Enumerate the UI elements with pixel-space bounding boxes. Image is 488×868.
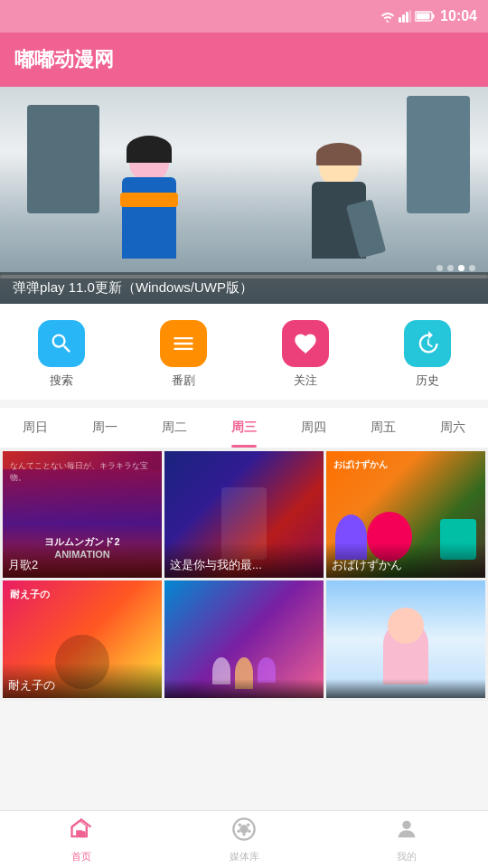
nav-profile[interactable]: 我的 [325,816,488,863]
tab-monday[interactable]: 周一 [70,408,139,448]
anime-card-5[interactable] [164,580,324,698]
home-icon [69,816,94,847]
tab-thursday[interactable]: 周四 [279,408,349,448]
svg-point-10 [239,823,242,826]
media-svg [231,816,257,842]
anime-card-3[interactable]: おばけずかん おばけずかん [326,451,485,578]
follow-icon-box [282,320,329,367]
character-2 [307,147,371,278]
history-label: 历史 [416,373,439,389]
profile-label: 我的 [397,850,417,863]
svg-rect-6 [417,14,430,20]
svg-rect-0 [399,17,401,23]
app-header: 嘟嘟动漫网 [0,33,488,87]
anime-card-1[interactable]: なんてことない毎日が、キラキラな宝物。 ヨルムンガンド2ANIMATION 月歌… [3,451,162,578]
home-label: 首页 [71,850,91,863]
nav-media[interactable]: 媒体库 [163,816,325,863]
svg-point-13 [237,829,240,833]
tab-sunday[interactable]: 周日 [0,408,70,448]
status-bar: 10:04 [0,0,488,33]
week-tabs: 周日 周一 周二 周三 周四 周五 周六 [0,407,488,448]
svg-rect-1 [402,14,405,23]
status-time: 10:04 [440,8,477,24]
search-label: 搜索 [50,373,73,389]
building-1 [27,105,99,213]
svg-point-14 [248,829,251,833]
anime-card-2[interactable]: 这是你与我的最... [164,451,324,578]
nav-home[interactable]: 首页 [0,816,163,863]
history-icon-box [404,320,451,367]
profile-icon [394,816,419,847]
signal-icon [399,10,411,23]
banner-scene [0,87,488,304]
anime-card-6-label [326,679,485,698]
svg-rect-7 [77,831,85,837]
svg-rect-3 [409,10,411,23]
character-1 [117,143,181,278]
anime-card-6[interactable] [326,580,485,698]
media-icon [231,816,257,847]
clock-icon [415,331,440,356]
status-icons [380,10,435,23]
action-search[interactable]: 搜索 [38,320,85,389]
bottom-spacer [0,701,488,764]
tab-friday[interactable]: 周五 [349,408,418,448]
dot-1 [436,265,443,271]
search-icon [49,331,74,356]
svg-point-9 [239,825,248,833]
media-label: 媒体库 [230,850,259,863]
anime-card-1-label: 月歌2 [3,542,162,578]
dot-3 [458,265,465,271]
follow-label: 关注 [294,373,317,389]
quick-actions: 搜索 番剧 关注 历史 [0,304,488,400]
wifi-icon [380,10,395,23]
battery-icon [415,11,435,22]
bottom-nav: 首页 媒体库 我的 [0,810,488,868]
action-follow[interactable]: 关注 [282,320,329,389]
anime-grid: なんてことない毎日が、キラキラな宝物。 ヨルムンガンド2ANIMATION 月歌… [0,448,488,701]
building-2 [407,96,470,213]
home-svg [69,816,94,842]
svg-rect-5 [433,14,435,19]
tab-saturday[interactable]: 周六 [418,408,488,448]
bangumi-icon-box [160,320,207,367]
anime-card-4-label: 耐え子の [3,663,162,698]
search-icon-box [38,320,85,367]
dot-2 [447,265,454,271]
banner-caption: 弹弹play 11.0更新（Windows/UWP版） [0,272,488,304]
anime-card-4[interactable]: 耐え子の 耐え子の [3,580,162,698]
tab-tuesday[interactable]: 周二 [139,408,209,448]
anime-card-5-label [164,679,324,698]
action-history[interactable]: 历史 [404,320,451,389]
app-title: 嘟嘟动漫网 [14,46,114,73]
list-icon [171,331,196,356]
anime-card-3-label: おばけずかん [326,542,485,578]
dot-4 [469,265,475,271]
heart-icon [293,331,318,356]
svg-rect-2 [406,12,408,23]
svg-point-15 [402,820,410,828]
banner-dots [436,265,475,271]
bangumi-label: 番剧 [172,373,195,389]
action-bangumi[interactable]: 番剧 [160,320,207,389]
anime-card-2-label: 这是你与我的最... [164,542,324,578]
profile-svg [394,816,419,842]
svg-point-12 [242,833,246,836]
banner[interactable]: 弹弹play 11.0更新（Windows/UWP版） [0,87,488,304]
tab-wednesday[interactable]: 周三 [209,408,278,448]
svg-point-11 [247,823,250,826]
